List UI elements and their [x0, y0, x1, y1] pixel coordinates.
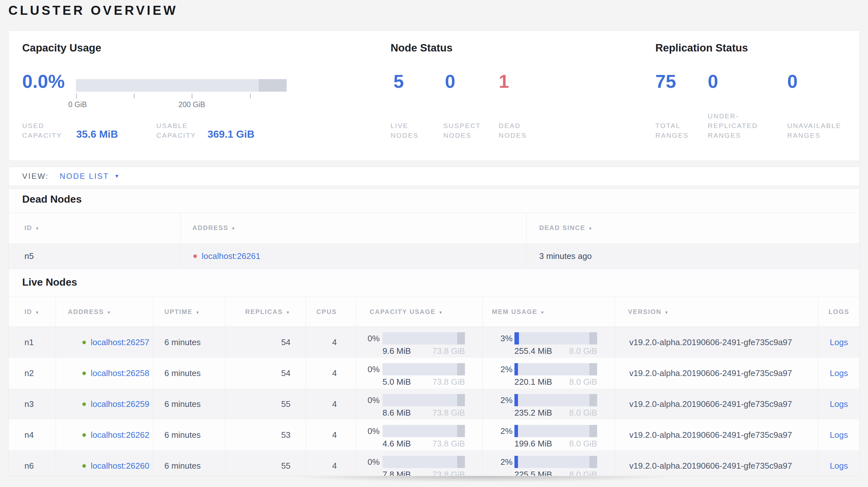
column-header-uptime[interactable]: UPTIME▼	[164, 297, 200, 327]
bar-fill	[515, 394, 518, 406]
node-dead-dot-icon	[193, 254, 197, 258]
cap-usage-percent: 0%	[350, 363, 380, 376]
column-header-address[interactable]: ADDRESS▼	[192, 213, 236, 244]
view-dropdown[interactable]: NODE LIST ▼	[60, 172, 120, 181]
column-header-dead_since[interactable]: DEAD SINCE▼	[539, 213, 593, 244]
bar-endcap	[589, 425, 597, 437]
node-live-dot-icon	[82, 433, 86, 437]
cell-cpus: 4	[308, 358, 337, 389]
logs-link[interactable]: Logs	[830, 461, 848, 470]
mem-usage-bar	[515, 456, 597, 468]
column-header-address[interactable]: ADDRESS▼	[68, 297, 112, 327]
cap-usage-bar	[382, 456, 465, 468]
cell-cpus: 4	[308, 389, 337, 419]
cap-usage-values: 9.6 MiB73.8 GiB	[382, 346, 465, 356]
cap-usage-percent: 0%	[350, 332, 380, 345]
cell-address: localhost:26259	[82, 389, 149, 419]
column-header-id[interactable]: ID▼	[25, 297, 40, 327]
node-live-dot-icon	[82, 464, 86, 468]
cell-node-id: n3	[25, 389, 34, 419]
address-link[interactable]: localhost:26261	[202, 251, 260, 261]
address-link[interactable]: localhost:26262	[91, 430, 149, 440]
unavailable-ranges-count: 0	[787, 69, 798, 93]
bar-fill	[515, 332, 519, 345]
cap-usage-percent: 0%	[350, 394, 380, 406]
address-link[interactable]: localhost:26257	[91, 337, 149, 347]
column-header-replicas[interactable]: REPLICAS▼	[231, 297, 290, 327]
cell-version: v19.2.0-alpha.20190606-2491-gfe735c9a97	[629, 389, 792, 419]
sort-desc-icon: ▼	[588, 226, 593, 231]
cap-usage-values: 7.8 MiB73.8 GiB	[382, 469, 465, 476]
mem-total-value: 8.0 GiB	[569, 408, 597, 418]
mem-usage-values: 225.5 MiB8.0 GiB	[515, 469, 597, 476]
cell-replicas: 55	[231, 450, 290, 476]
cap-usage-values: 8.6 MiB73.8 GiB	[382, 408, 465, 418]
cell-version: v19.2.0-alpha.20190606-2491-gfe735c9a97	[629, 327, 792, 358]
cap-used-value: 8.6 MiB	[382, 408, 411, 418]
logs-link[interactable]: Logs	[830, 399, 848, 409]
sort-desc-icon: ▼	[286, 310, 290, 315]
mem-total-value: 8.0 GiB	[569, 439, 597, 449]
cell-address: localhost:26261	[193, 243, 260, 269]
column-divider	[526, 213, 527, 269]
cell-node-id: n5	[25, 243, 34, 269]
total-ranges-count: 75	[655, 69, 676, 93]
usable-capacity-label: USABLE CAPACITY	[156, 121, 214, 140]
mem-used-value: 220.1 MiB	[515, 377, 552, 387]
axis-tick	[192, 94, 192, 98]
cell-address: localhost:26258	[82, 358, 149, 389]
live-node-row-n2: n2localhost:262586 minutes5440%5.0 MiB73…	[9, 358, 860, 389]
cell-cpus: 4	[308, 419, 337, 450]
live-node-row-n1: n1localhost:262576 minutes5440%9.6 MiB73…	[9, 327, 860, 358]
logs-link[interactable]: Logs	[830, 337, 848, 347]
live-nodes-heading: Live Nodes	[22, 276, 77, 288]
logs-link[interactable]: Logs	[830, 430, 848, 440]
cell-cpus: 4	[308, 450, 337, 476]
under-replicated-ranges-count: 0	[708, 69, 718, 93]
cell-version: v19.2.0-alpha.20190606-2491-gfe735c9a97	[629, 450, 792, 476]
cell-logs: Logs	[818, 358, 860, 389]
bar-fill	[515, 363, 518, 376]
axis-tick-label: 0 GiB	[65, 100, 90, 109]
view-selector-bar: VIEW: NODE LIST ▼	[8, 167, 860, 186]
node-live-dot-icon	[82, 371, 86, 375]
column-divider	[356, 297, 356, 476]
used-capacity-value: 35.6 MiB	[76, 128, 118, 140]
cell-replicas: 54	[231, 327, 290, 358]
column-header-cpus[interactable]: CPUS	[308, 297, 337, 327]
view-dropdown-selected[interactable]: NODE LIST	[60, 172, 110, 181]
mem-usage-bar	[515, 394, 597, 406]
table-border	[9, 269, 860, 269]
usable-capacity-value: 369.1 GiB	[208, 128, 254, 140]
mem-usage-percent: 2%	[483, 456, 513, 468]
dead-nodes-label: DEAD NODES	[499, 121, 540, 140]
dead-nodes-count: 1	[499, 69, 509, 93]
logs-link[interactable]: Logs	[830, 368, 848, 378]
column-header-version[interactable]: VERSION▼	[628, 297, 669, 327]
cap-usage-percent: 0%	[350, 425, 380, 437]
mem-total-value: 8.0 GiB	[569, 469, 597, 476]
column-header-id[interactable]: ID▼	[25, 213, 40, 244]
column-divider	[306, 297, 306, 476]
mem-used-value: 225.5 MiB	[515, 469, 552, 476]
cap-total-value: 73.8 GiB	[432, 408, 465, 418]
dead-node-row-n5: n5localhost:262613 minutes ago	[9, 243, 860, 269]
cell-logs: Logs	[818, 450, 860, 476]
mem-usage-bar	[515, 332, 597, 345]
cell-version: v19.2.0-alpha.20190606-2491-gfe735c9a97	[629, 419, 792, 450]
address-link[interactable]: localhost:26258	[91, 368, 149, 378]
address-link[interactable]: localhost:26260	[91, 461, 149, 471]
live-node-row-n3: n3localhost:262596 minutes5540%8.6 MiB73…	[9, 389, 860, 419]
address-link[interactable]: localhost:26259	[91, 399, 149, 409]
mem-used-value: 199.6 MiB	[515, 439, 552, 449]
column-header-mem[interactable]: MEM USAGE▼	[492, 297, 545, 327]
scroll-shadow	[248, 476, 717, 484]
column-header-logs[interactable]: LOGS	[818, 297, 860, 327]
capacity-usage-heading: Capacity Usage	[22, 42, 101, 54]
mem-usage-values: 199.6 MiB8.0 GiB	[515, 439, 597, 449]
bar-endcap	[589, 456, 597, 468]
cluster-summary-card: Capacity Usage 0.0% 0 GiB 200 GiB USED C…	[8, 31, 860, 161]
cell-logs: Logs	[818, 389, 860, 419]
column-header-capacity[interactable]: CAPACITY USAGE▼	[370, 297, 443, 327]
mem-usage-values: 255.4 MiB8.0 GiB	[515, 346, 597, 356]
